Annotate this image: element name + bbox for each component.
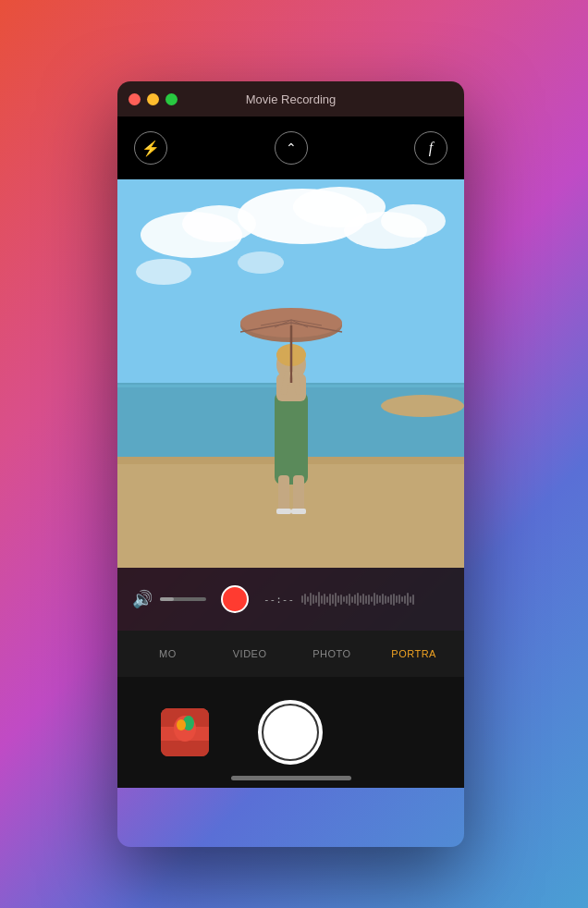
flash-button[interactable]: ⚡: [134, 131, 167, 165]
svg-rect-16: [278, 475, 289, 512]
svg-rect-15: [275, 392, 308, 485]
svg-rect-40: [179, 742, 190, 751]
camera-viewfinder: [117, 179, 464, 568]
window-controls: [129, 93, 178, 105]
flash-icon: ⚡: [141, 140, 160, 157]
home-indicator: [231, 776, 351, 780]
close-button[interactable]: [129, 93, 141, 105]
tab-photo[interactable]: PHOTO: [291, 641, 374, 667]
facetime-icon: f: [429, 140, 433, 156]
flip-camera-placeholder: [373, 708, 421, 756]
svg-rect-17: [293, 475, 304, 512]
svg-point-8: [238, 252, 284, 274]
minimize-button[interactable]: [147, 93, 159, 105]
controls-bar: 🔊 --:--: [117, 568, 464, 631]
facetime-button[interactable]: f: [414, 131, 447, 165]
waveform: [301, 590, 449, 608]
shutter-button[interactable]: [258, 700, 323, 765]
thumbnail-svg: [161, 708, 209, 756]
chevron-up-button[interactable]: ⌃: [275, 131, 308, 165]
svg-rect-18: [276, 509, 291, 514]
svg-point-7: [136, 259, 191, 285]
svg-point-12: [381, 395, 464, 417]
svg-line-33: [284, 374, 288, 392]
record-button[interactable]: [221, 585, 249, 613]
capture-area: [117, 677, 464, 788]
scene-svg: [117, 179, 464, 568]
volume-slider[interactable]: [160, 597, 206, 601]
volume-icon: 🔊: [132, 589, 153, 609]
volume-fill: [160, 597, 174, 601]
svg-point-6: [381, 204, 446, 238]
tab-mo[interactable]: MO: [127, 641, 209, 667]
app-window: Movie Recording ⚡ ⌃ f: [117, 81, 464, 847]
time-display: --:--: [263, 594, 294, 606]
camera-topbar: ⚡ ⌃ f: [117, 117, 464, 179]
mode-tabs: MO VIDEO PHOTO PORTRA: [117, 631, 464, 677]
window-title: Movie Recording: [246, 92, 337, 106]
photo-thumbnail[interactable]: [161, 708, 209, 756]
chevron-up-icon: ⌃: [286, 141, 297, 155]
svg-rect-19: [291, 509, 306, 514]
tab-video[interactable]: VIDEO: [209, 641, 291, 667]
shutter-inner: [263, 706, 317, 759]
titlebar: Movie Recording: [117, 81, 464, 117]
svg-line-34: [295, 374, 299, 392]
svg-point-39: [177, 719, 186, 730]
tab-portrait[interactable]: PORTRA: [373, 641, 455, 667]
maximize-button[interactable]: [165, 93, 178, 105]
